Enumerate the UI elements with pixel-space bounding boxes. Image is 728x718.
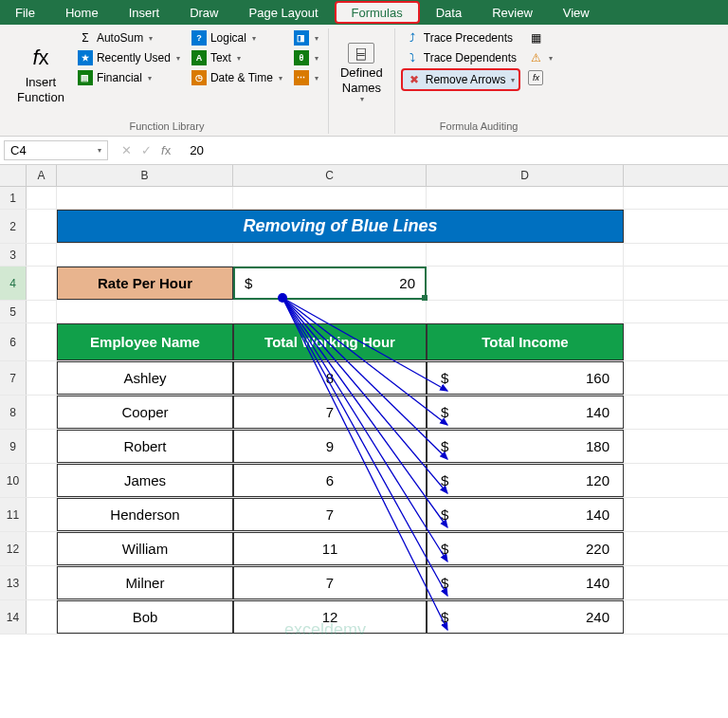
employee-name-cell[interactable]: Ashley bbox=[57, 361, 233, 395]
tab-draw[interactable]: Draw bbox=[174, 0, 233, 25]
error-check-button[interactable]: ⚠▾ bbox=[524, 48, 556, 67]
title-cell[interactable]: Removing of Blue Lines bbox=[57, 210, 624, 243]
col-header[interactable]: D bbox=[427, 165, 624, 186]
row-header[interactable]: 2 bbox=[0, 210, 27, 243]
group-function-library: fx Insert Function ΣAutoSum▾ ★Recently U… bbox=[6, 28, 329, 134]
tab-file[interactable]: File bbox=[0, 0, 50, 25]
trace-precedents-button[interactable]: ⤴Trace Precedents bbox=[401, 28, 521, 47]
tab-home[interactable]: Home bbox=[50, 0, 114, 25]
row-header[interactable]: 11 bbox=[0, 498, 27, 531]
logical-icon: ? bbox=[191, 30, 207, 46]
tab-insert[interactable]: Insert bbox=[114, 0, 175, 25]
row-header[interactable]: 4 bbox=[0, 267, 27, 300]
chevron-down-icon: ▾ bbox=[315, 74, 318, 83]
trace-prec-icon: ⤴ bbox=[405, 30, 420, 46]
row-header[interactable]: 3 bbox=[0, 244, 27, 266]
formula-bar-input[interactable] bbox=[184, 141, 724, 159]
ribbon-tabs: File Home Insert Draw Page Layout Formul… bbox=[0, 0, 728, 25]
chevron-down-icon: ▾ bbox=[360, 95, 364, 104]
error-check-icon: ⚠ bbox=[528, 50, 543, 65]
autosum-button[interactable]: ΣAutoSum▾ bbox=[74, 28, 184, 47]
tab-view[interactable]: View bbox=[548, 0, 605, 25]
names-icon: ⌸ bbox=[348, 43, 374, 64]
trace-dependents-button[interactable]: ⤵Trace Dependents bbox=[401, 48, 521, 67]
financial-button[interactable]: ▤Financial▾ bbox=[74, 68, 184, 87]
employee-name-cell[interactable]: James bbox=[57, 464, 233, 497]
table-header[interactable]: Employee Name bbox=[57, 323, 233, 360]
more-functions-button[interactable]: ⋯▾ bbox=[290, 68, 322, 87]
col-header[interactable]: C bbox=[233, 165, 427, 186]
income-cell[interactable]: $240 bbox=[427, 600, 624, 634]
cancel-icon[interactable]: ✕ bbox=[121, 143, 132, 157]
tab-pagelayout[interactable]: Page Layout bbox=[234, 0, 334, 25]
employee-name-cell[interactable]: Cooper bbox=[57, 396, 233, 429]
math-button[interactable]: θ▾ bbox=[290, 48, 322, 67]
defined-names-button[interactable]: ⌸ Defined Names▾ bbox=[335, 28, 389, 119]
income-cell[interactable]: $140 bbox=[427, 396, 624, 429]
fx-icon: fx bbox=[26, 43, 56, 73]
hours-cell[interactable]: 7 bbox=[233, 566, 427, 599]
tab-review[interactable]: Review bbox=[477, 0, 548, 25]
income-cell[interactable]: $180 bbox=[427, 430, 624, 463]
row-header[interactable]: 9 bbox=[0, 430, 27, 463]
evaluate-formula-button[interactable]: fx bbox=[524, 68, 556, 87]
employee-name-cell[interactable]: William bbox=[57, 532, 233, 565]
row-header[interactable]: 10 bbox=[0, 464, 27, 497]
income-cell[interactable]: $120 bbox=[427, 464, 624, 497]
hours-cell[interactable]: 7 bbox=[233, 396, 427, 429]
lookup-button[interactable]: ◨▾ bbox=[290, 28, 322, 47]
hours-cell[interactable]: 9 bbox=[233, 430, 427, 463]
tab-data[interactable]: Data bbox=[421, 0, 477, 25]
row-header[interactable]: 8 bbox=[0, 396, 27, 429]
fx-icon[interactable]: fx bbox=[161, 143, 171, 157]
row-header[interactable]: 6 bbox=[0, 323, 27, 360]
employee-name-cell[interactable]: Henderson bbox=[57, 498, 233, 531]
tab-formulas[interactable]: Formulas bbox=[335, 1, 420, 24]
chevron-down-icon: ▾ bbox=[315, 54, 318, 63]
hours-cell[interactable]: 11 bbox=[233, 532, 427, 565]
evaluate-icon: fx bbox=[528, 70, 543, 85]
income-cell[interactable]: $220 bbox=[427, 532, 624, 565]
hours-cell[interactable]: 8 bbox=[233, 361, 427, 395]
row-header[interactable]: 12 bbox=[0, 532, 27, 565]
col-header[interactable]: A bbox=[27, 165, 57, 186]
lookup-icon: ◨ bbox=[294, 30, 309, 46]
income-cell[interactable]: $160 bbox=[427, 361, 624, 395]
trace-dep-icon: ⤵ bbox=[405, 50, 420, 65]
table-header[interactable]: Total Income bbox=[427, 323, 624, 360]
employee-name-cell[interactable]: Milner bbox=[57, 566, 233, 599]
row-header[interactable]: 1 bbox=[0, 187, 27, 209]
rate-label-cell[interactable]: Rate Per Hour bbox=[57, 267, 233, 300]
income-cell[interactable]: $140 bbox=[427, 566, 624, 599]
row-header[interactable]: 14 bbox=[0, 600, 27, 634]
financial-icon: ▤ bbox=[78, 70, 93, 85]
logical-button[interactable]: ?Logical▾ bbox=[188, 28, 286, 47]
row-header[interactable]: 5 bbox=[0, 301, 27, 322]
income-cell[interactable]: $140 bbox=[427, 498, 624, 531]
hours-cell[interactable]: 6 bbox=[233, 464, 427, 497]
employee-name-cell[interactable]: Bob bbox=[57, 600, 233, 634]
enter-icon[interactable]: ✓ bbox=[141, 143, 152, 157]
rate-value-cell[interactable]: $20 bbox=[233, 267, 427, 300]
datetime-button[interactable]: ◷Date & Time▾ bbox=[188, 68, 286, 87]
chevron-down-icon: ▾ bbox=[252, 34, 256, 43]
row-header[interactable]: 13 bbox=[0, 566, 27, 599]
select-all-corner[interactable] bbox=[0, 165, 27, 186]
group-formula-auditing: ⤴Trace Precedents ⤵Trace Dependents ✖Rem… bbox=[395, 28, 563, 134]
row-header[interactable]: 7 bbox=[0, 361, 27, 395]
hours-cell[interactable]: 12 bbox=[233, 600, 427, 634]
remove-arrows-button[interactable]: ✖Remove Arrows▾ bbox=[401, 68, 521, 91]
insert-function-button[interactable]: fx Insert Function bbox=[11, 28, 70, 119]
name-box[interactable]: C4▾ bbox=[4, 140, 108, 160]
table-header[interactable]: Total Working Hour bbox=[233, 323, 427, 360]
col-header[interactable]: B bbox=[57, 165, 233, 186]
recently-used-button[interactable]: ★Recently Used▾ bbox=[74, 48, 184, 67]
show-formulas-button[interactable]: ▦ bbox=[524, 28, 556, 47]
employee-name-cell[interactable]: Robert bbox=[57, 430, 233, 463]
text-button[interactable]: AText▾ bbox=[188, 48, 286, 67]
text-icon: A bbox=[191, 50, 207, 65]
chevron-down-icon: ▾ bbox=[237, 54, 241, 63]
remove-arrows-icon: ✖ bbox=[407, 72, 422, 87]
hours-cell[interactable]: 7 bbox=[233, 498, 427, 531]
worksheet-grid: A B C D 1 2 Removing of Blue Lines 3 4 R… bbox=[0, 165, 728, 635]
